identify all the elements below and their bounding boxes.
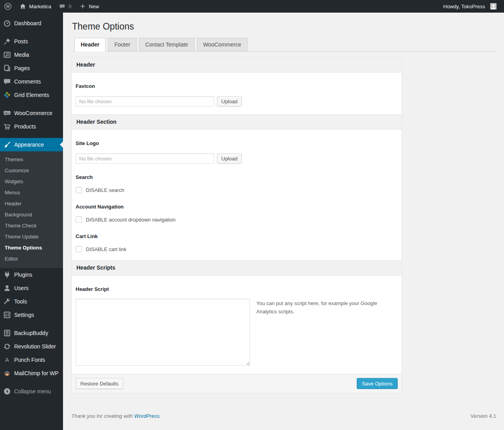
appearance-submenu: ThemesCustomizeWidgetsMenusHeaderBackgro… [0, 151, 63, 268]
sidebar-item-comments[interactable]: Comments [0, 75, 63, 88]
submenu-item-theme-check[interactable]: Theme Check [0, 220, 63, 231]
checkbox-row: DISABLE cart link [76, 246, 398, 252]
sidebar-item-punch-fonts[interactable]: APunch Fonts [0, 353, 63, 367]
field-search: SearchDISABLE search [76, 174, 398, 193]
submenu-item-theme-update[interactable]: Theme Update [0, 231, 63, 242]
script-row: You can put any script here, for example… [76, 299, 398, 366]
sidebar-item-backupbuddy[interactable]: BackupBuddy [0, 326, 63, 340]
upload-button[interactable]: Upload [217, 96, 242, 106]
save-options-button[interactable]: Save Options [357, 378, 398, 389]
disable-cart-link-checkbox[interactable] [76, 246, 82, 252]
new-content-menu[interactable]: New [75, 0, 103, 13]
cycle-icon [3, 343, 11, 350]
site-name-menu[interactable]: Marketica [15, 0, 55, 13]
new-label: New [89, 4, 99, 9]
sidebar-item-dashboard[interactable]: Dashboard [0, 17, 63, 30]
comments-menu[interactable]: 0 [55, 0, 75, 13]
page-footer: Thank you for creating with WordPress. V… [71, 413, 496, 419]
submenu-item-header[interactable]: Header [0, 198, 63, 209]
svg-text:W: W [6, 4, 10, 9]
wp-logo-menu[interactable]: W [0, 0, 15, 13]
sidebar-item-media[interactable]: Media [0, 48, 63, 61]
howdy-text: Howdy, TokoPress [443, 4, 485, 9]
footer-period: . [159, 413, 161, 419]
sidebar-item-label: Plugins [14, 271, 32, 278]
submenu-item-theme-options[interactable]: Theme Options [0, 242, 63, 253]
field-label-header-script: Header Script [76, 286, 398, 292]
wordpress-link[interactable]: WordPress [134, 413, 159, 419]
sidebar-item-label: Pages [14, 65, 30, 72]
field-label-favicon: Favicon [76, 83, 398, 89]
sidebar-item-label: Settings [14, 311, 34, 318]
submenu-item-themes[interactable]: Themes [0, 154, 63, 165]
favicon-file-input[interactable] [76, 96, 214, 106]
sidebar-item-label: Users [14, 285, 29, 292]
section-body: FaviconUpload [72, 83, 402, 114]
sidebar-item-label: Posts [14, 38, 28, 45]
checkbox-label: DISABLE cart link [86, 246, 126, 252]
my-account-menu[interactable]: Howdy, TokoPress [439, 0, 500, 13]
upload-button[interactable]: Upload [217, 153, 242, 164]
submenu-item-customize[interactable]: Customize [0, 165, 63, 176]
sidebar-item-revolution-slider[interactable]: Revolution Slider [0, 340, 63, 353]
users-icon [3, 284, 11, 292]
site-name: Marketica [29, 4, 51, 9]
help-text: You can put any script here, for example… [256, 299, 378, 366]
mailchimp-icon [3, 369, 11, 377]
section-header-header-section: Header Section [72, 114, 402, 130]
nav-tabs: HeaderFooterContact TemplateWooCommerce [71, 38, 496, 52]
field-cart-link: Cart LinkDISABLE cart link [76, 233, 398, 252]
upload-row: Upload [76, 153, 398, 164]
submenu-item-menus[interactable]: Menus [0, 187, 63, 198]
backup-icon [3, 329, 11, 337]
footer-thanks-text: Thank you for creating with [71, 413, 133, 419]
sidebar-item-woocommerce[interactable]: WooWooCommerce [0, 106, 63, 120]
disable-account-navigation-checkbox[interactable] [76, 216, 82, 223]
sidebar-item-products[interactable]: Products [0, 120, 63, 133]
site-logo-file-input[interactable] [76, 153, 214, 164]
admin-bar-right: Howdy, TokoPress [439, 0, 504, 13]
theme-options-panel: HeaderFaviconUploadHeader SectionSite Lo… [71, 57, 402, 393]
home-icon [19, 2, 27, 10]
field-account-navigation: Account NavigationDISABLE account dropdo… [76, 204, 398, 223]
admin-bar: W Marketica 0 New Howdy, TokoPress [0, 0, 504, 13]
restore-defaults-button[interactable]: Restore Defaults [76, 378, 123, 389]
sidebar-item-mailchimp[interactable]: MailChimp for WP [0, 367, 63, 380]
submenu-item-editor[interactable]: Editor [0, 253, 63, 264]
collapse-icon [3, 387, 11, 395]
avatar [490, 3, 497, 9]
sidebar-item-label: Tools [14, 298, 27, 305]
sidebar-item-collapse-menu[interactable]: Collapse menu [0, 385, 63, 398]
sidebar-item-label: Appearance [14, 141, 44, 148]
field-label-cart-link: Cart Link [76, 233, 398, 240]
field-label-site-logo: Site Logo [76, 140, 398, 147]
checkbox-label: DISABLE search [86, 187, 124, 193]
header-script-textarea[interactable] [76, 299, 250, 366]
upload-row: Upload [76, 96, 398, 106]
dashboard-icon [3, 19, 11, 27]
tab-woocommerce[interactable]: WooCommerce [197, 38, 248, 52]
panel-sections: HeaderFaviconUploadHeader SectionSite Lo… [72, 58, 402, 374]
cart-icon [3, 123, 11, 130]
submenu-item-background[interactable]: Background [0, 209, 63, 220]
submenu-item-widgets[interactable]: Widgets [0, 176, 63, 187]
sidebar-item-grid-elements[interactable]: Grid Elements [0, 88, 63, 102]
menu-separator [0, 380, 63, 385]
sidebar-item-posts[interactable]: Posts [0, 35, 63, 48]
sidebar-item-label: Revolution Slider [14, 343, 56, 350]
field-label-account-navigation: Account Navigation [76, 204, 398, 210]
grid-elements-icon [3, 91, 11, 99]
sidebar-item-tools[interactable]: Tools [0, 295, 63, 308]
content-wrap: Theme Options HeaderFooterContact Templa… [63, 13, 504, 427]
disable-search-checkbox[interactable] [76, 187, 82, 193]
sidebar-item-users[interactable]: Users [0, 281, 63, 295]
tab-footer[interactable]: Footer [108, 38, 136, 52]
sidebar-item-plugins[interactable]: Plugins [0, 268, 63, 281]
sidebar-item-settings[interactable]: Settings [0, 308, 63, 322]
sidebar-item-pages[interactable]: Pages [0, 61, 63, 75]
checkbox-row: DISABLE search [76, 187, 398, 193]
tab-contact-template[interactable]: Contact Template [139, 38, 195, 52]
sidebar-item-appearance[interactable]: Appearance [0, 138, 63, 151]
tab-header[interactable]: Header [74, 38, 106, 52]
checkbox-row: DISABLE account dropdown navigation [76, 216, 398, 223]
